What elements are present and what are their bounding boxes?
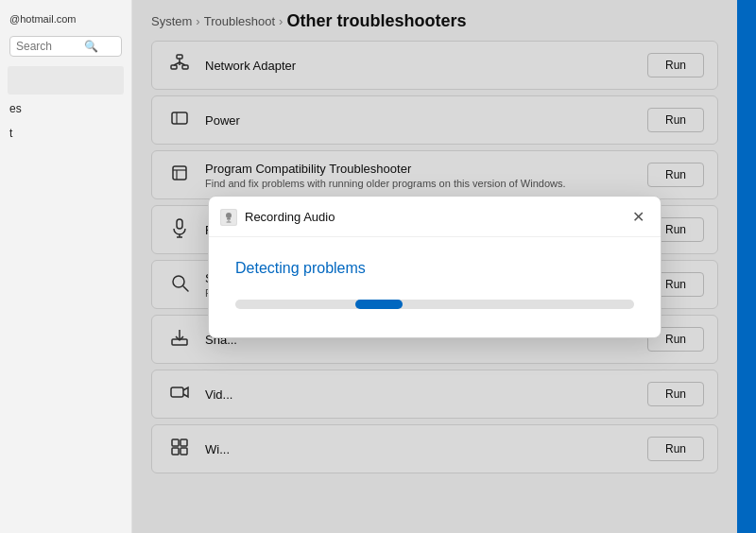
svg-point-24 <box>226 213 232 218</box>
modal-body: Detecting problems <box>209 237 661 337</box>
svg-rect-26 <box>229 219 230 221</box>
modal-app-icon <box>220 209 237 226</box>
sidebar-item-t[interactable]: t <box>0 121 131 146</box>
svg-rect-25 <box>227 218 231 220</box>
progress-fill <box>355 300 404 309</box>
right-accent-bar <box>737 0 756 533</box>
sidebar-search-box[interactable]: 🔍 <box>9 36 122 57</box>
sidebar: @hotmail.com 🔍 es t <box>0 0 132 533</box>
search-input[interactable] <box>16 40 82 53</box>
modal-title-row: Recording Audio <box>220 209 335 226</box>
sidebar-scroll-area <box>8 66 124 95</box>
recording-audio-modal: Recording Audio ✕ Detecting problems <box>208 196 662 338</box>
progress-track <box>235 300 634 309</box>
modal-heading: Detecting problems <box>235 260 634 277</box>
search-icon: 🔍 <box>84 40 98 53</box>
sidebar-item-es[interactable]: es <box>0 96 131 121</box>
sidebar-email: @hotmail.com <box>0 9 131 32</box>
main-content: System › Troubleshoot › Other troublesho… <box>132 0 737 533</box>
modal-title: Recording Audio <box>245 210 335 224</box>
svg-rect-27 <box>227 221 232 222</box>
modal-titlebar: Recording Audio ✕ <box>209 197 661 237</box>
modal-overlay: Recording Audio ✕ Detecting problems <box>132 0 737 533</box>
modal-close-button[interactable]: ✕ <box>627 206 649 229</box>
